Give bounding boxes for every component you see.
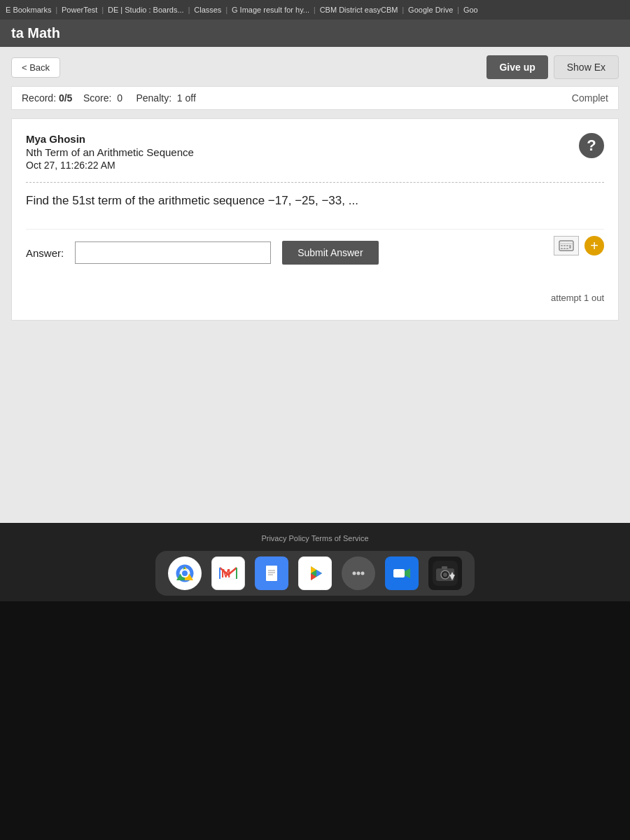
- show-example-button[interactable]: Show Ex: [554, 55, 619, 79]
- svg-rect-7: [564, 248, 566, 249]
- complete-text: Complet: [572, 92, 608, 104]
- bookmark-classes[interactable]: Classes: [194, 6, 221, 14]
- attempt-text: attempt 1 out: [26, 290, 604, 306]
- record-label: Record:: [22, 92, 56, 104]
- back-button[interactable]: < Back: [11, 57, 60, 78]
- dock: M: [155, 551, 475, 596]
- taskbar-area: Privacy Policy Terms of Service: [0, 523, 630, 601]
- penalty-label: Penalty:: [136, 92, 172, 104]
- dock-play-icon[interactable]: [298, 556, 332, 590]
- action-bar: < Back Give up Show Ex: [11, 55, 619, 79]
- app-title: ta Math: [11, 25, 60, 41]
- bookmark-image[interactable]: G Image result for hy...: [232, 6, 309, 14]
- bookmark-cbm[interactable]: CBM District easyCBM: [320, 6, 398, 14]
- question-card: Mya Ghosin Nth Term of an Arithmetic Seq…: [11, 118, 619, 321]
- dock-gmail-icon[interactable]: M: [211, 556, 245, 590]
- bottom-dark-area: [0, 601, 630, 840]
- student-name: Mya Ghosin: [26, 133, 604, 145]
- bookmark-goo[interactable]: Goo: [463, 6, 478, 14]
- penalty-value: 1 off: [174, 92, 196, 104]
- main-content: < Back Give up Show Ex Record: 0/5 Score…: [0, 47, 630, 523]
- question-text: Find the 51st term of the arithmetic seq…: [26, 194, 604, 208]
- submit-answer-button[interactable]: Submit Answer: [282, 241, 378, 265]
- answer-area: Answer: Submit Answer: [26, 229, 604, 276]
- dock-docs-icon[interactable]: [255, 556, 288, 590]
- timestamp: Oct 27, 11:26:22 AM: [26, 160, 604, 171]
- record-bar: Record: 0/5 Score: 0 Penalty: 1 off Comp…: [11, 86, 619, 110]
- svg-rect-39: [442, 566, 447, 569]
- svg-rect-6: [561, 248, 563, 249]
- svg-rect-3: [564, 245, 566, 246]
- student-info: Mya Ghosin Nth Term of an Arithmetic Seq…: [26, 133, 604, 183]
- svg-rect-8: [566, 248, 568, 249]
- svg-point-13: [182, 570, 188, 576]
- browser-bookmarks-bar: E Bookmarks | PowerTest | DE | Studio : …: [0, 0, 630, 20]
- dock-meet-icon[interactable]: [385, 556, 419, 590]
- answer-label: Answer:: [26, 247, 64, 259]
- calculator-icon[interactable]: [554, 236, 579, 255]
- svg-point-30: [357, 572, 360, 575]
- dock-timer-icon[interactable]: [342, 556, 375, 590]
- bookmark-e-bookmarks[interactable]: E Bookmarks: [6, 6, 51, 14]
- svg-rect-33: [393, 569, 405, 578]
- svg-point-38: [443, 573, 447, 577]
- score-value: 0: [114, 92, 122, 104]
- record-value: 0/5: [59, 92, 72, 104]
- dock-camera-icon[interactable]: [428, 556, 462, 590]
- svg-point-29: [353, 572, 356, 575]
- svg-text:M: M: [221, 568, 230, 580]
- give-up-button[interactable]: Give up: [486, 55, 547, 79]
- svg-rect-4: [566, 245, 568, 246]
- app-header: ta Math: [0, 20, 630, 47]
- topic-name: Nth Term of an Arithmetic Sequence: [26, 146, 604, 158]
- score-label: Score:: [83, 92, 111, 104]
- bookmark-google-drive[interactable]: Google Drive: [408, 6, 453, 14]
- record-info: Record: 0/5 Score: 0 Penalty: 1 off: [22, 92, 196, 104]
- action-buttons: Give up Show Ex: [486, 55, 619, 79]
- svg-point-31: [361, 572, 365, 575]
- taskbar-links: Privacy Policy Terms of Service: [261, 534, 368, 542]
- svg-rect-19: [266, 566, 277, 581]
- add-tool-icon[interactable]: +: [584, 236, 604, 255]
- answer-wrapper: Answer: Submit Answer: [26, 229, 604, 276]
- svg-rect-5: [569, 245, 571, 248]
- help-icon[interactable]: ?: [579, 133, 604, 158]
- answer-input[interactable]: [75, 241, 271, 264]
- tools-area: +: [554, 236, 604, 255]
- bookmark-powertest[interactable]: PowerTest: [62, 6, 97, 14]
- svg-rect-2: [561, 245, 563, 246]
- bookmark-de-studio[interactable]: DE | Studio : Boards...: [108, 6, 184, 14]
- dock-chrome-icon[interactable]: [168, 556, 202, 590]
